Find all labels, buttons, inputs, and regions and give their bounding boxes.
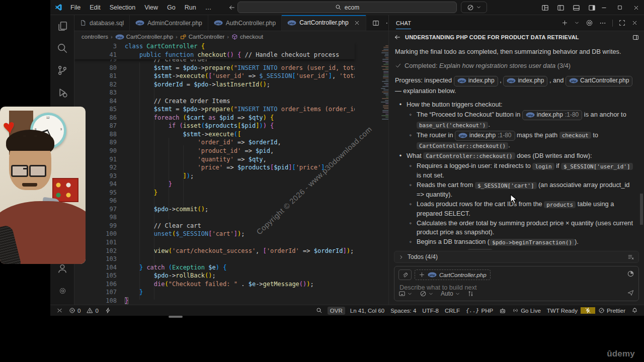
toggle-secondary-sidebar-button[interactable]: [588, 4, 596, 12]
code-line[interactable]: 81 $stmt->execute(['user_id' => $_SESSIO…: [74, 72, 355, 80]
tab-admincontroller-php[interactable]: phpAdminController.php: [130, 15, 208, 31]
context-chip[interactable]: php CartController.php: [415, 269, 491, 280]
customize-layout-button[interactable]: [541, 4, 549, 12]
sidebar-item-run-debug[interactable]: [50, 81, 74, 104]
code-line[interactable]: 87 if (isset($products[$pid])) {: [74, 122, 355, 130]
code-line[interactable]: 103: [74, 255, 355, 263]
code-line[interactable]: 91 'quantity' => $qty,: [74, 155, 355, 164]
code-line[interactable]: 41 public function checkout() { // Handl…: [74, 51, 355, 59]
code-line[interactable]: 90 'product_id' => $pid,: [74, 147, 355, 155]
breadcrumb-item-checkout[interactable]: checkout: [231, 34, 263, 40]
tab-chat[interactable]: CHAT: [396, 17, 411, 29]
code-line[interactable]: 104 } catch (Exception $e) {: [74, 263, 355, 272]
eol-sequence[interactable]: CRLF: [442, 308, 463, 314]
close-window-button[interactable]: [628, 0, 644, 15]
nav-back-button[interactable]: [228, 4, 235, 11]
breadcrumb-item-controllers[interactable]: controllers: [82, 34, 108, 40]
settings-button[interactable]: [50, 280, 74, 302]
close-panel-button[interactable]: [631, 20, 638, 26]
code-line[interactable]: 85 $stmt = $pdo->prepare("INSERT INTO or…: [74, 105, 355, 114]
model-picker[interactable]: [420, 290, 434, 297]
prettier-status[interactable]: Prettier: [595, 307, 628, 314]
code-line[interactable]: 99 // Clear cart: [74, 222, 355, 230]
command-center-search[interactable]: ecom: [237, 2, 457, 13]
code-line[interactable]: 106 die("Checkout failed: " . $e->getMes…: [74, 280, 355, 289]
menu-item-view[interactable]: View: [140, 3, 162, 13]
code-line[interactable]: 97 $pdo->commit();: [74, 205, 355, 214]
toggle-panel-button[interactable]: [573, 4, 580, 12]
copilot-status[interactable]: [496, 307, 509, 314]
code-line[interactable]: 102 view('cart/checkout_success', ['orde…: [74, 247, 355, 255]
sidebar-item-search[interactable]: [50, 37, 74, 59]
language-mode[interactable]: {..}PHP: [463, 308, 496, 314]
sidebar-item-explorer[interactable]: [50, 15, 74, 37]
code-editor[interactable]: 79 // Create Order80 $stmt = $pdo->prepa…: [74, 42, 388, 305]
chat-scrollbar[interactable]: [640, 194, 643, 225]
tools-picker[interactable]: [467, 291, 474, 297]
code-line[interactable]: 82 $orderId = $pdo->lastInsertId();: [74, 80, 355, 89]
menu-item-more[interactable]: …: [201, 3, 216, 13]
errors-count[interactable]: 0: [66, 307, 84, 314]
code-line[interactable]: 95 }: [74, 189, 355, 197]
chat-input-box[interactable]: php CartController.php Describe what to …: [394, 266, 639, 301]
tab-authcontroller-php[interactable]: phpAuthController.php: [208, 15, 282, 31]
twt-ready[interactable]: TWT Ready: [544, 308, 581, 314]
code-actions[interactable]: [102, 307, 114, 314]
code-line[interactable]: 86 foreach ($cart as $pid => $qty) {: [74, 114, 355, 122]
menu-item-run[interactable]: Run: [181, 3, 200, 13]
file-reference-chip[interactable]: phpindex.php:1-80: [522, 110, 582, 121]
back-icon[interactable]: [394, 34, 401, 41]
code-line[interactable]: 108}: [74, 297, 355, 305]
code-line[interactable]: 3class CartController {: [74, 42, 355, 51]
new-chat-button[interactable]: [561, 20, 568, 26]
code-line[interactable]: 92 'price' => $products[$pid]['price']: [74, 163, 355, 172]
minimize-button[interactable]: [596, 0, 612, 15]
breadcrumb-item-cartcontroller[interactable]: CartController: [180, 34, 225, 40]
menu-item-selection[interactable]: Selection: [106, 3, 139, 13]
code-line[interactable]: 84 // Create Order Items: [74, 97, 355, 106]
tab-cartcontroller-php[interactable]: phpCartController.php: [282, 15, 366, 31]
code-line[interactable]: 98: [74, 213, 355, 222]
attach-context-button[interactable]: [398, 269, 412, 280]
maximize-button[interactable]: [612, 0, 628, 15]
code-line[interactable]: 83: [74, 88, 355, 97]
sticky-scroll[interactable]: 3class CartController {41 public functio…: [74, 42, 355, 59]
file-reference-chip[interactable]: phpindex.php:1-80: [455, 131, 515, 141]
copilot-menu-button[interactable]: [461, 2, 487, 13]
encoding[interactable]: UTF-8: [419, 308, 442, 314]
split-editor-button[interactable]: [372, 20, 379, 27]
code-line[interactable]: 88 $stmt->execute([: [74, 130, 355, 139]
tab-database-sql[interactable]: database.sql: [74, 15, 130, 31]
breadcrumb-item-cartcontroller.php[interactable]: phpCartController.php: [115, 34, 173, 40]
file-reference-chip[interactable]: phpCartController.php: [566, 76, 632, 86]
cursor-position[interactable]: Ln 41, Col 60: [347, 308, 387, 314]
clear-todos-icon[interactable]: [627, 253, 634, 260]
maximize-panel-button[interactable]: [619, 20, 625, 26]
mode-picker[interactable]: Auto: [441, 290, 460, 297]
code-line[interactable]: 100 unset($_SESSION['cart']);: [74, 230, 355, 238]
file-reference-chip[interactable]: phpindex.php: [454, 76, 498, 86]
zoom-indicator[interactable]: [313, 307, 326, 314]
toggle-sidebar-button[interactable]: [557, 4, 565, 12]
file-reference-chip[interactable]: phpindex.php: [503, 76, 547, 86]
code-line[interactable]: 105 $pdo->rollBack();: [74, 272, 355, 280]
code-line[interactable]: 89 'order_id' => $orderId,: [74, 138, 355, 147]
code-line[interactable]: 101: [74, 238, 355, 247]
code-line[interactable]: 96: [74, 197, 355, 205]
overtype-indicator[interactable]: OVR: [328, 307, 345, 315]
code-line[interactable]: 80 $stmt = $pdo->prepare("INSERT INTO or…: [74, 64, 355, 72]
menu-item-file[interactable]: File: [66, 3, 85, 13]
chat-view-picker[interactable]: [398, 290, 413, 297]
open-in-editor-icon[interactable]: [632, 34, 639, 41]
code-line[interactable]: 107 }: [74, 288, 355, 297]
minimap[interactable]: [379, 42, 388, 305]
close-tab-icon[interactable]: [354, 20, 360, 26]
remote-indicator[interactable]: [53, 307, 66, 314]
chat-settings-button[interactable]: [586, 19, 593, 27]
warnings-count[interactable]: 0: [84, 307, 101, 314]
format-warning[interactable]: [581, 307, 595, 314]
menu-item-edit[interactable]: Edit: [86, 3, 105, 13]
indentation[interactable]: Spaces: 4: [387, 308, 419, 314]
chat-history-dropdown[interactable]: [574, 20, 580, 26]
send-button[interactable]: [627, 289, 634, 298]
